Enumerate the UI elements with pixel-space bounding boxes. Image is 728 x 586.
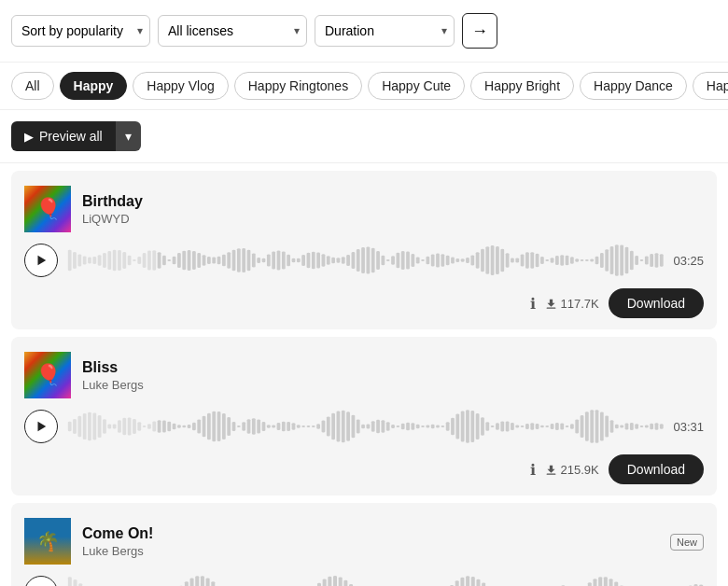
tag-happy-dance[interactable]: Happy Dance — [580, 72, 687, 100]
tag-happy-cooking[interactable]: Happy Cooking — [693, 72, 728, 100]
svg-rect-115 — [635, 256, 638, 265]
svg-rect-34 — [232, 250, 236, 272]
svg-rect-39 — [257, 258, 260, 263]
track-card-birthday: 🎈 Birthday LiQWYD 03:25 ℹ — [11, 171, 717, 329]
svg-rect-172 — [312, 426, 315, 427]
preview-all-button[interactable]: ▶ Preview all — [11, 121, 116, 151]
waveform-row — [24, 574, 704, 586]
svg-rect-93 — [525, 252, 529, 268]
svg-rect-161 — [257, 419, 260, 433]
track-artist: LiQWYD — [82, 212, 704, 226]
svg-rect-101 — [566, 256, 569, 266]
svg-rect-64 — [382, 256, 385, 266]
svg-rect-319 — [460, 578, 464, 586]
duration-select[interactable]: Duration Short (< 1 min) Medium (1-3 min… — [315, 15, 455, 47]
svg-rect-155 — [227, 417, 231, 436]
filter-apply-button[interactable]: → — [462, 13, 497, 49]
svg-rect-92 — [521, 255, 525, 267]
waveform[interactable] — [67, 574, 704, 586]
svg-rect-149 — [197, 419, 201, 433]
svg-rect-151 — [207, 413, 211, 440]
svg-rect-109 — [605, 249, 609, 272]
waveform[interactable] — [67, 408, 664, 445]
tag-happy-vlog[interactable]: Happy Vlog — [133, 72, 228, 100]
svg-rect-84 — [481, 249, 484, 272]
svg-rect-142 — [162, 420, 166, 432]
svg-rect-321 — [471, 577, 475, 586]
svg-rect-267 — [185, 581, 189, 586]
svg-rect-83 — [476, 252, 480, 269]
svg-rect-57 — [346, 255, 350, 266]
tag-happy-bright[interactable]: Happy Bright — [470, 72, 574, 100]
duration-select-wrapper: Duration Short (< 1 min) Medium (1-3 min… — [315, 15, 455, 47]
svg-rect-146 — [182, 426, 186, 427]
track-thumbnail: 🌴 — [24, 518, 71, 565]
svg-rect-8 — [103, 253, 106, 268]
play-button[interactable] — [24, 410, 58, 443]
svg-rect-73 — [426, 257, 429, 264]
info-icon[interactable]: ℹ — [530, 461, 536, 479]
svg-rect-322 — [476, 579, 480, 586]
svg-rect-14 — [133, 259, 136, 261]
svg-rect-196 — [431, 425, 435, 428]
sort-select[interactable]: Sort by popularity Sort by newest Sort b… — [11, 15, 150, 47]
play-button[interactable] — [24, 576, 58, 586]
svg-rect-202 — [461, 411, 465, 441]
svg-rect-157 — [237, 426, 241, 427]
svg-rect-227 — [585, 412, 589, 441]
license-select[interactable]: All licenses Creative Commons Commercial — [158, 15, 307, 47]
svg-rect-270 — [201, 576, 204, 586]
svg-rect-133 — [118, 420, 121, 433]
waveform[interactable] — [67, 242, 664, 279]
svg-rect-88 — [500, 249, 504, 272]
svg-rect-119 — [655, 253, 659, 268]
svg-rect-102 — [570, 257, 574, 263]
svg-rect-2 — [73, 252, 77, 269]
download-button[interactable]: Download — [609, 288, 704, 318]
svg-rect-345 — [598, 577, 602, 586]
svg-rect-98 — [551, 258, 554, 263]
tag-happy-ringtones[interactable]: Happy Ringtones — [234, 72, 362, 100]
tag-happy-cute[interactable]: Happy Cute — [368, 72, 465, 100]
track-thumbnail: 🎈 — [24, 186, 71, 232]
svg-rect-206 — [481, 417, 484, 435]
track-title: Come On! — [82, 525, 659, 542]
tag-happy[interactable]: Happy — [60, 72, 128, 100]
svg-marker-122 — [38, 422, 47, 432]
download-row: ℹ 215.9K Download — [24, 454, 704, 484]
svg-rect-241 — [655, 423, 659, 429]
svg-rect-130 — [103, 419, 106, 433]
info-icon[interactable]: ℹ — [530, 295, 536, 313]
svg-rect-111 — [615, 244, 619, 276]
svg-rect-28 — [203, 255, 206, 266]
svg-rect-346 — [604, 577, 608, 586]
svg-rect-100 — [560, 255, 564, 266]
svg-rect-72 — [421, 259, 425, 261]
svg-rect-128 — [92, 412, 96, 440]
svg-rect-87 — [496, 246, 499, 274]
svg-rect-3 — [77, 255, 81, 267]
svg-rect-297 — [343, 580, 347, 586]
track-artist: Luke Bergs — [82, 378, 704, 392]
svg-rect-293 — [323, 579, 327, 586]
tag-bar: AllHappyHappy VlogHappy RingtonesHappy C… — [0, 63, 728, 110]
play-button[interactable] — [24, 244, 58, 277]
svg-rect-75 — [436, 254, 440, 268]
svg-rect-42 — [272, 251, 275, 269]
download-count: 215.9K — [545, 463, 599, 477]
download-button[interactable]: Download — [609, 454, 704, 484]
preview-all-label: Preview all — [39, 129, 103, 144]
svg-rect-81 — [466, 258, 469, 263]
svg-rect-323 — [482, 583, 485, 586]
svg-rect-18 — [152, 250, 156, 270]
svg-rect-295 — [333, 576, 337, 586]
svg-rect-125 — [77, 416, 81, 438]
track-card-bliss: 🎈 Bliss Luke Bergs 03:31 ℹ — [11, 337, 717, 495]
svg-rect-9 — [107, 251, 111, 270]
filter-bar: Sort by popularity Sort by newest Sort b… — [0, 0, 728, 63]
svg-rect-190 — [401, 424, 405, 430]
tag-all[interactable]: All — [11, 72, 54, 100]
svg-rect-195 — [426, 426, 429, 428]
svg-rect-140 — [152, 422, 156, 432]
preview-dropdown-button[interactable]: ▾ — [116, 121, 141, 151]
